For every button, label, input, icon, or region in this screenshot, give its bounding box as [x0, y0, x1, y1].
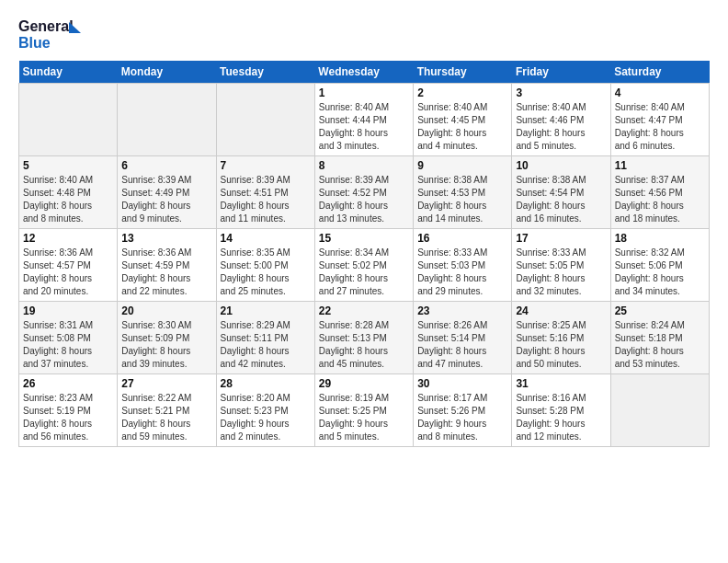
day-number: 19: [23, 304, 113, 317]
day-number: 20: [121, 304, 211, 317]
day-info: Sunrise: 8:33 AM Sunset: 5:03 PM Dayligh…: [417, 247, 507, 298]
weekday-header-tuesday: Tuesday: [216, 61, 314, 84]
page: GeneralBlue SundayMondayTuesdayWednesday…: [0, 0, 728, 563]
week-row-2: 5Sunrise: 8:40 AM Sunset: 4:48 PM Daylig…: [19, 156, 710, 229]
day-info: Sunrise: 8:19 AM Sunset: 5:25 PM Dayligh…: [319, 392, 409, 443]
calendar-cell: 27Sunrise: 8:22 AM Sunset: 5:21 PM Dayli…: [118, 374, 216, 447]
day-info: Sunrise: 8:40 AM Sunset: 4:48 PM Dayligh…: [23, 174, 113, 225]
calendar-cell: 3Sunrise: 8:40 AM Sunset: 4:46 PM Daylig…: [512, 84, 610, 156]
week-row-5: 26Sunrise: 8:23 AM Sunset: 5:19 PM Dayli…: [19, 374, 710, 447]
day-number: 16: [417, 232, 507, 245]
day-number: 10: [516, 159, 606, 172]
week-row-4: 19Sunrise: 8:31 AM Sunset: 5:08 PM Dayli…: [19, 302, 710, 374]
calendar-cell: 17Sunrise: 8:33 AM Sunset: 5:05 PM Dayli…: [512, 229, 610, 302]
svg-text:General: General: [18, 18, 74, 34]
day-number: 23: [417, 304, 507, 317]
logo-icon: GeneralBlue: [18, 15, 92, 52]
weekday-header-sunday: Sunday: [19, 61, 118, 84]
calendar-cell: 19Sunrise: 8:31 AM Sunset: 5:08 PM Dayli…: [19, 302, 118, 374]
day-info: Sunrise: 8:35 AM Sunset: 5:00 PM Dayligh…: [221, 247, 311, 298]
calendar-cell: 29Sunrise: 8:19 AM Sunset: 5:25 PM Dayli…: [314, 374, 413, 447]
calendar-cell: [118, 84, 216, 156]
day-info: Sunrise: 8:29 AM Sunset: 5:11 PM Dayligh…: [221, 319, 311, 371]
day-info: Sunrise: 8:36 AM Sunset: 4:59 PM Dayligh…: [121, 247, 211, 298]
day-number: 15: [319, 232, 409, 245]
calendar-cell: 8Sunrise: 8:39 AM Sunset: 4:52 PM Daylig…: [314, 156, 413, 229]
day-info: Sunrise: 8:40 AM Sunset: 4:47 PM Dayligh…: [615, 101, 705, 153]
calendar-cell: 4Sunrise: 8:40 AM Sunset: 4:47 PM Daylig…: [610, 84, 709, 156]
calendar-cell: 21Sunrise: 8:29 AM Sunset: 5:11 PM Dayli…: [216, 302, 314, 374]
day-info: Sunrise: 8:31 AM Sunset: 5:08 PM Dayligh…: [23, 319, 113, 371]
calendar-cell: 20Sunrise: 8:30 AM Sunset: 5:09 PM Dayli…: [118, 302, 216, 374]
day-info: Sunrise: 8:22 AM Sunset: 5:21 PM Dayligh…: [121, 392, 211, 443]
day-info: Sunrise: 8:38 AM Sunset: 4:54 PM Dayligh…: [516, 174, 606, 225]
header: GeneralBlue: [18, 15, 710, 52]
day-number: 14: [221, 232, 311, 245]
weekday-header-wednesday: Wednesday: [314, 61, 413, 84]
calendar-cell: [19, 84, 118, 156]
day-number: 25: [615, 304, 705, 317]
weekday-header-monday: Monday: [118, 61, 216, 84]
week-row-3: 12Sunrise: 8:36 AM Sunset: 4:57 PM Dayli…: [19, 229, 710, 302]
calendar-cell: 30Sunrise: 8:17 AM Sunset: 5:26 PM Dayli…: [414, 374, 512, 447]
day-number: 5: [23, 159, 113, 172]
week-row-1: 1Sunrise: 8:40 AM Sunset: 4:44 PM Daylig…: [19, 84, 710, 156]
calendar-cell: [610, 374, 709, 447]
calendar-cell: 10Sunrise: 8:38 AM Sunset: 4:54 PM Dayli…: [512, 156, 610, 229]
calendar-cell: 31Sunrise: 8:16 AM Sunset: 5:28 PM Dayli…: [512, 374, 610, 447]
day-number: 18: [615, 232, 705, 245]
day-number: 13: [121, 232, 211, 245]
calendar-table: SundayMondayTuesdayWednesdayThursdayFrid…: [18, 61, 710, 447]
day-info: Sunrise: 8:33 AM Sunset: 5:05 PM Dayligh…: [516, 247, 606, 298]
calendar-cell: 23Sunrise: 8:26 AM Sunset: 5:14 PM Dayli…: [414, 302, 512, 374]
day-number: 12: [23, 232, 113, 245]
logo: GeneralBlue: [18, 15, 92, 52]
day-number: 6: [121, 159, 211, 172]
calendar-cell: 5Sunrise: 8:40 AM Sunset: 4:48 PM Daylig…: [19, 156, 118, 229]
calendar-cell: 18Sunrise: 8:32 AM Sunset: 5:06 PM Dayli…: [610, 229, 709, 302]
day-info: Sunrise: 8:23 AM Sunset: 5:19 PM Dayligh…: [23, 392, 113, 443]
calendar-header: SundayMondayTuesdayWednesdayThursdayFrid…: [19, 61, 710, 84]
calendar-cell: 28Sunrise: 8:20 AM Sunset: 5:23 PM Dayli…: [216, 374, 314, 447]
day-info: Sunrise: 8:40 AM Sunset: 4:46 PM Dayligh…: [516, 101, 606, 153]
calendar-cell: [216, 84, 314, 156]
day-info: Sunrise: 8:17 AM Sunset: 5:26 PM Dayligh…: [417, 392, 507, 443]
day-number: 30: [417, 377, 507, 390]
calendar-cell: 15Sunrise: 8:34 AM Sunset: 5:02 PM Dayli…: [314, 229, 413, 302]
weekday-header-row: SundayMondayTuesdayWednesdayThursdayFrid…: [19, 61, 710, 84]
calendar-body: 1Sunrise: 8:40 AM Sunset: 4:44 PM Daylig…: [19, 84, 710, 447]
day-info: Sunrise: 8:24 AM Sunset: 5:18 PM Dayligh…: [615, 319, 705, 371]
calendar-cell: 9Sunrise: 8:38 AM Sunset: 4:53 PM Daylig…: [414, 156, 512, 229]
day-info: Sunrise: 8:39 AM Sunset: 4:52 PM Dayligh…: [319, 174, 409, 225]
day-info: Sunrise: 8:20 AM Sunset: 5:23 PM Dayligh…: [221, 392, 311, 443]
day-number: 26: [23, 377, 113, 390]
calendar-cell: 13Sunrise: 8:36 AM Sunset: 4:59 PM Dayli…: [118, 229, 216, 302]
day-info: Sunrise: 8:16 AM Sunset: 5:28 PM Dayligh…: [516, 392, 606, 443]
day-number: 9: [417, 159, 507, 172]
calendar-cell: 6Sunrise: 8:39 AM Sunset: 4:49 PM Daylig…: [118, 156, 216, 229]
svg-text:Blue: Blue: [18, 35, 51, 51]
day-info: Sunrise: 8:32 AM Sunset: 5:06 PM Dayligh…: [615, 247, 705, 298]
calendar-cell: 22Sunrise: 8:28 AM Sunset: 5:13 PM Dayli…: [314, 302, 413, 374]
day-number: 1: [319, 86, 409, 99]
day-info: Sunrise: 8:37 AM Sunset: 4:56 PM Dayligh…: [615, 174, 705, 225]
calendar-cell: 26Sunrise: 8:23 AM Sunset: 5:19 PM Dayli…: [19, 374, 118, 447]
calendar-cell: 16Sunrise: 8:33 AM Sunset: 5:03 PM Dayli…: [414, 229, 512, 302]
weekday-header-friday: Friday: [512, 61, 610, 84]
day-number: 22: [319, 304, 409, 317]
day-number: 29: [319, 377, 409, 390]
day-number: 7: [221, 159, 311, 172]
day-number: 4: [615, 86, 705, 99]
day-number: 27: [121, 377, 211, 390]
day-info: Sunrise: 8:28 AM Sunset: 5:13 PM Dayligh…: [319, 319, 409, 371]
day-number: 3: [516, 86, 606, 99]
calendar-cell: 2Sunrise: 8:40 AM Sunset: 4:45 PM Daylig…: [414, 84, 512, 156]
day-info: Sunrise: 8:38 AM Sunset: 4:53 PM Dayligh…: [417, 174, 507, 225]
day-info: Sunrise: 8:34 AM Sunset: 5:02 PM Dayligh…: [319, 247, 409, 298]
day-number: 21: [221, 304, 311, 317]
day-info: Sunrise: 8:40 AM Sunset: 4:45 PM Dayligh…: [417, 101, 507, 153]
calendar-cell: 14Sunrise: 8:35 AM Sunset: 5:00 PM Dayli…: [216, 229, 314, 302]
calendar-cell: 12Sunrise: 8:36 AM Sunset: 4:57 PM Dayli…: [19, 229, 118, 302]
calendar-cell: 7Sunrise: 8:39 AM Sunset: 4:51 PM Daylig…: [216, 156, 314, 229]
day-info: Sunrise: 8:39 AM Sunset: 4:51 PM Dayligh…: [221, 174, 311, 225]
